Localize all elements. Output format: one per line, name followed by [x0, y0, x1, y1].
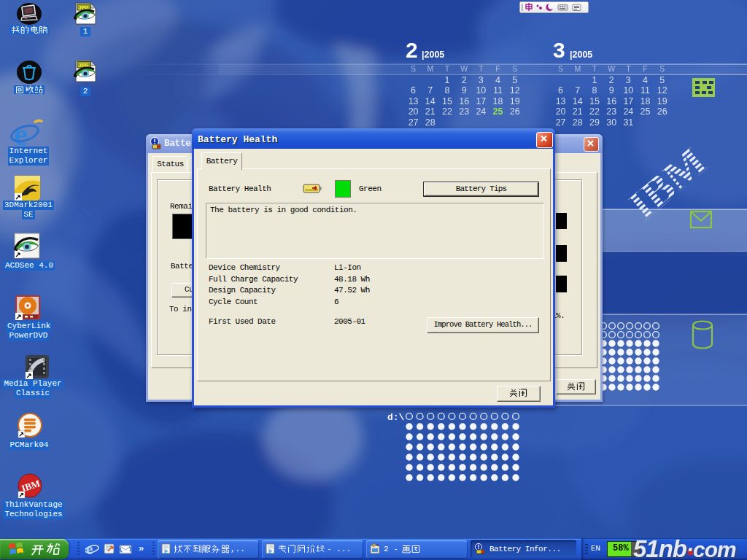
svg-text:e: e: [86, 542, 93, 556]
svg-text:d:\: d:\: [387, 412, 405, 423]
svg-text:e: e: [164, 546, 168, 555]
svg-text:»: »: [139, 542, 144, 553]
svg-text:- ...: - ...: [327, 545, 351, 553]
svg-text:e: e: [268, 546, 272, 555]
svg-text:e: e: [14, 118, 28, 149]
svg-text:,...: ,...: [231, 545, 247, 553]
